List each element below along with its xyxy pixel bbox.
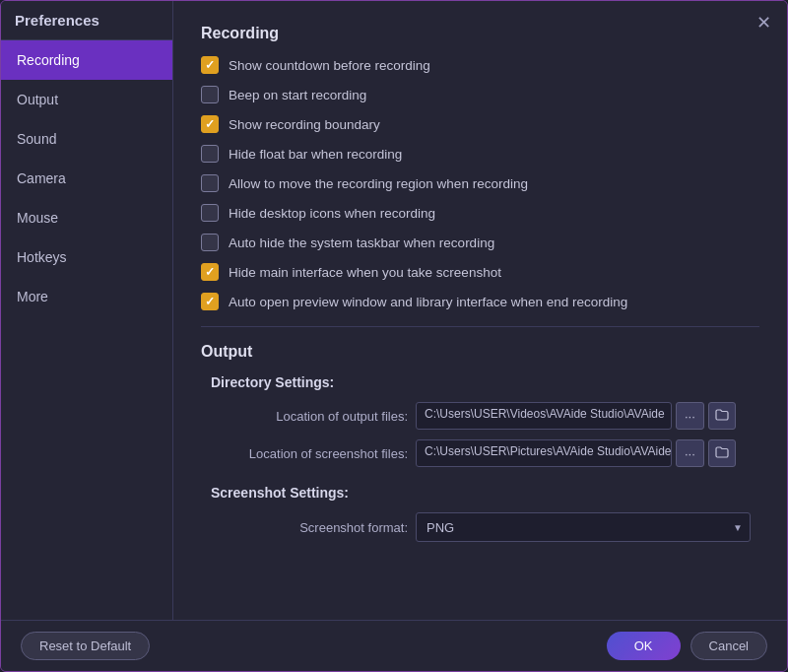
checkbox-countdown[interactable]: Show countdown before recording: [201, 56, 759, 74]
screenshot-files-row: Location of screenshot files: C:\Users\U…: [201, 439, 759, 467]
sidebar-item-camera[interactable]: Camera: [1, 159, 172, 198]
checkbox-taskbar-icon[interactable]: [201, 234, 219, 251]
footer-right-buttons: OK Cancel: [607, 632, 767, 660]
directory-settings-title: Directory Settings:: [201, 374, 759, 390]
checkbox-desktopicons-icon[interactable]: [201, 204, 219, 222]
reset-button[interactable]: Reset to Default: [21, 632, 150, 660]
output-section-title: Output: [201, 343, 759, 361]
recording-section-title: Recording: [201, 25, 759, 42]
screenshot-files-dots-button[interactable]: ···: [676, 439, 704, 467]
checkbox-countdown-icon[interactable]: [201, 56, 219, 74]
sidebar-item-mouse[interactable]: Mouse: [1, 198, 172, 237]
checkbox-floatbar[interactable]: Hide float bar when recording: [201, 145, 759, 163]
close-button[interactable]: ✕: [752, 11, 775, 34]
checkbox-desktopicons-label: Hide desktop icons when recording: [229, 206, 435, 221]
checkbox-beep[interactable]: Beep on start recording: [201, 86, 759, 103]
output-files-dots-button[interactable]: ···: [676, 402, 704, 430]
checkbox-beep-label: Beep on start recording: [229, 88, 366, 102]
ok-button[interactable]: OK: [607, 632, 681, 660]
checkbox-floatbar-icon[interactable]: [201, 145, 219, 163]
dialog-footer: Reset to Default OK Cancel: [1, 620, 787, 671]
section-divider: [201, 326, 759, 327]
output-section: Output Directory Settings: Location of o…: [201, 343, 759, 542]
checkbox-boundary[interactable]: Show recording boundary: [201, 115, 759, 133]
screenshot-files-label: Location of screenshot files:: [211, 446, 408, 461]
screenshot-settings-title: Screenshot Settings:: [201, 485, 759, 501]
sidebar-item-hotkeys[interactable]: Hotkeys: [1, 237, 172, 277]
checkbox-moveregion[interactable]: Allow to move the recording region when …: [201, 174, 759, 192]
checkbox-beep-icon[interactable]: [201, 86, 219, 103]
output-files-label: Location of output files:: [211, 409, 408, 424]
sidebar-item-more[interactable]: More: [1, 277, 172, 316]
checkbox-desktopicons[interactable]: Hide desktop icons when recording: [201, 204, 759, 222]
checkbox-boundary-label: Show recording boundary: [229, 117, 380, 132]
checkbox-autoopen-icon[interactable]: [201, 293, 219, 310]
format-row: Screenshot format: PNG JPG BMP GIF: [201, 512, 759, 542]
format-select[interactable]: PNG JPG BMP GIF: [416, 512, 751, 542]
checkbox-boundary-icon[interactable]: [201, 115, 219, 133]
checkbox-maininterface-label: Hide main interface when you take screen…: [229, 265, 501, 280]
preferences-dialog: ✕ Preferences Recording Output Sound Cam…: [0, 0, 788, 672]
checkbox-taskbar-label: Auto hide the system taskbar when record…: [229, 235, 494, 250]
sidebar-item-output[interactable]: Output: [1, 80, 172, 119]
sidebar: Preferences Recording Output Sound Camer…: [1, 1, 173, 620]
checkbox-autoopen-label: Auto open preview window and library int…: [229, 295, 627, 309]
format-select-wrapper: PNG JPG BMP GIF: [416, 512, 751, 542]
screenshot-files-folder-button[interactable]: [708, 439, 736, 467]
checkbox-floatbar-label: Hide float bar when recording: [229, 147, 402, 162]
format-label: Screenshot format:: [211, 520, 408, 535]
output-files-row: Location of output files: C:\Users\USER\…: [201, 402, 759, 430]
output-files-path[interactable]: C:\Users\USER\Videos\AVAide Studio\AVAid…: [416, 402, 672, 430]
screenshot-files-path[interactable]: C:\Users\USER\Pictures\AVAide Studio\AVA…: [416, 439, 672, 467]
checkbox-maininterface[interactable]: Hide main interface when you take screen…: [201, 263, 759, 281]
checkbox-moveregion-label: Allow to move the recording region when …: [229, 176, 528, 191]
folder-icon-2: [715, 445, 729, 459]
folder-icon: [715, 408, 729, 422]
checkbox-taskbar[interactable]: Auto hide the system taskbar when record…: [201, 234, 759, 251]
checkbox-maininterface-icon[interactable]: [201, 263, 219, 281]
sidebar-item-sound[interactable]: Sound: [1, 119, 172, 159]
sidebar-item-recording[interactable]: Recording: [1, 40, 172, 80]
dialog-body: Preferences Recording Output Sound Camer…: [1, 1, 787, 620]
checkbox-countdown-label: Show countdown before recording: [229, 58, 430, 73]
checkbox-autoopen[interactable]: Auto open preview window and library int…: [201, 293, 759, 310]
main-content: Recording Show countdown before recordin…: [173, 1, 787, 620]
checkbox-moveregion-icon[interactable]: [201, 174, 219, 192]
sidebar-title: Preferences: [1, 1, 172, 40]
cancel-button[interactable]: Cancel: [690, 632, 767, 660]
output-files-folder-button[interactable]: [708, 402, 736, 430]
